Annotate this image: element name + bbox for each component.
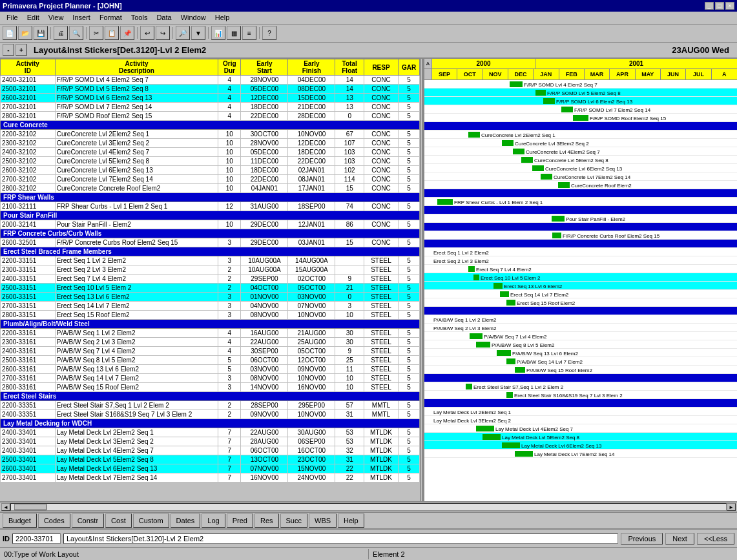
scroll-thumb[interactable]	[14, 504, 47, 510]
table-row[interactable]: FRP Shear Walls	[1, 193, 420, 202]
previous-button[interactable]: Previous	[621, 533, 663, 544]
nav-minus[interactable]: -	[3, 44, 14, 56]
tab-help[interactable]: Help	[338, 513, 364, 528]
table-row[interactable]: 2400-32102CureConcrete Lvl 4Elem2 Seq 71…	[1, 148, 420, 157]
toolbar-new[interactable]: 📄	[3, 26, 17, 40]
toolbar-print[interactable]: 🖨	[54, 26, 68, 40]
tab-wbs[interactable]: WBS	[309, 513, 337, 528]
table-row[interactable]: 2600-32101F/R/P SOMD Lvl 6 Elem2 Seq 134…	[1, 94, 420, 103]
minimize-button[interactable]: _	[705, 2, 714, 10]
table-row[interactable]: 2000-32141Pour Stair PanFill - Elem21029…	[1, 220, 420, 229]
id-field[interactable]	[12, 534, 61, 544]
table-row[interactable]: 2500-32102CureConcrete Lvl 5Elem2 Seq 81…	[1, 157, 420, 166]
toolbar-find[interactable]: 🔎	[176, 26, 190, 40]
toolbar-open[interactable]: 📂	[18, 26, 32, 40]
scroll-left-btn[interactable]: ◄	[1, 503, 10, 511]
toolbar-gantt[interactable]: ≡	[242, 26, 256, 40]
tab-res[interactable]: Res	[254, 513, 279, 528]
table-row[interactable]: 2800-33161P/A/B/W Seq 15 Roof Elem2314NO…	[1, 383, 420, 392]
tab-log[interactable]: Log	[202, 513, 225, 528]
table-row[interactable]: 2300-33161P/A/B/W Seq 2 Lvl 3 Elem2422AU…	[1, 338, 420, 347]
table-row[interactable]: 2800-32101F/R/P SOMD Roof Elem2 Seq 1542…	[1, 112, 420, 121]
tab-cost[interactable]: Cost	[105, 513, 132, 528]
close-button[interactable]: ×	[725, 2, 734, 10]
menu-data[interactable]: Data	[152, 13, 175, 22]
next-button[interactable]: Next	[665, 533, 694, 544]
table-row[interactable]: 2300-33151Erect Seq 2 Lvl 3 Elem2210AUG0…	[1, 265, 420, 275]
gantt-row: P/A/B/W Seq 13 Lvl 6 Elem2	[424, 349, 737, 357]
table-row[interactable]: 2700-33151Erect Seq 14 Lvl 7 Elem2304NOV…	[1, 302, 420, 311]
maximize-button[interactable]: □	[715, 2, 724, 10]
table-row[interactable]: 2600-33151Erect Seq 13 Lvl 6 Elem2301NOV…	[1, 293, 420, 302]
table-row[interactable]: 2200-33161P/A/B/W Seq 1 Lvl 2 Elem2416AU…	[1, 329, 420, 338]
table-row[interactable]: 2200-32102CureConcrete Lvl 2Elem2 Seq 11…	[1, 130, 420, 139]
table-row[interactable]: 2300-32102CureConcrete Lvl 3Elem2 Seq 21…	[1, 139, 420, 148]
tab-constr[interactable]: Constr	[72, 513, 104, 528]
table-row[interactable]: 2600-32501F/R/P Concrete Curbs Roof Elem…	[1, 238, 420, 247]
toolbar-filter[interactable]: ▼	[191, 26, 205, 40]
table-row[interactable]: 2400-33401Lay Metal Deck Lvl 2Elem2 Seq …	[1, 428, 420, 437]
table-row[interactable]: 2100-32111FRP Shear Curbs - Lvl 1 Elem 2…	[1, 202, 420, 211]
table-row[interactable]: 2500-33401Lay Metal Deck Lvl 5Elem2 Seq …	[1, 455, 420, 464]
table-row[interactable]: Erect Steel Stairs	[1, 392, 420, 401]
toolbar-undo[interactable]: ↩	[140, 26, 154, 40]
table-row[interactable]: 2500-33151Erect Seq 10 Lvl 5 Elem 2204OC…	[1, 284, 420, 293]
menu-insert[interactable]: Insert	[68, 13, 94, 22]
menu-format[interactable]: Format	[96, 13, 126, 22]
toolbar-cut[interactable]: ✂	[89, 26, 103, 40]
table-row[interactable]: 2700-32102CureConcrete Lvl 7Elem2 Seq 14…	[1, 175, 420, 184]
table-row[interactable]: 2400-32101F/R/P SOMD Lvl 4 Elem2 Seq 742…	[1, 76, 420, 85]
toolbar-redo[interactable]: ↪	[156, 26, 170, 40]
tab-dates[interactable]: Dates	[171, 513, 201, 528]
table-row[interactable]: 2200-33151Erect Seq 1 Lvl 2 Elem2310AUG0…	[1, 256, 420, 265]
nav-plus[interactable]: +	[16, 44, 27, 56]
horizontal-scrollbar[interactable]: ◄ ►	[0, 502, 737, 512]
table-row[interactable]: 2700-33161P/A/B/W Seq 14 Lvl 7 Elem2308N…	[1, 374, 420, 383]
tab-pred[interactable]: Pred	[227, 513, 253, 528]
toolbar-preview[interactable]: 🔍	[69, 26, 83, 40]
toolbar-table[interactable]: ▦	[227, 26, 241, 40]
tab-budget[interactable]: Budget	[3, 513, 37, 528]
table-row[interactable]: 2300-33401Lay Metal Deck Lvl 3Elem2 Seq …	[1, 437, 420, 446]
table-row[interactable]: 2200-33351Erect Steel Stair S7,Seq 1 Lvl…	[1, 401, 420, 410]
toolbar-chart[interactable]: 📊	[211, 26, 225, 40]
table-row[interactable]: 2800-33151Erect Seq 15 Roof Elem2308NOV0…	[1, 311, 420, 320]
less-button[interactable]: <<Less	[697, 533, 734, 544]
table-row[interactable]: 2400-33351Erect Steel Stair S168&S19 Seq…	[1, 410, 420, 419]
table-row[interactable]: Plumb/Align/Bolt/Weld Steel	[1, 320, 420, 329]
scroll-right-btn[interactable]: ►	[727, 503, 736, 511]
tab-succ[interactable]: Succ	[280, 513, 307, 528]
table-row[interactable]: Lay Metal Decking for WDCH	[1, 419, 420, 428]
menu-tools[interactable]: Tools	[127, 13, 152, 22]
table-row[interactable]: Pour Stair PanFill	[1, 211, 420, 220]
table-row[interactable]: Cure Concrete	[1, 121, 420, 130]
table-row[interactable]: 2400-33151Erect Seq 7 Lvl 4 Elem2229SEP0…	[1, 275, 420, 284]
table-row[interactable]: 2800-32102CureConcrete Concrete Roof Ele…	[1, 184, 420, 193]
desc-field[interactable]	[63, 534, 618, 544]
table-row[interactable]: FRP Concrete Curbs/Curb Walls	[1, 229, 420, 238]
table-row[interactable]: 2600-33161P/A/B/W Seq 13 Lvl 6 Elem2503N…	[1, 365, 420, 374]
toolbar-save[interactable]: 💾	[34, 26, 48, 40]
menu-help[interactable]: Help	[211, 13, 234, 22]
gantt-row	[424, 206, 737, 214]
scroll-track[interactable]	[10, 503, 727, 511]
table-row[interactable]: 2500-33161P/A/B/W Seq 8 Lvl 5 Elem2506OC…	[1, 356, 420, 365]
menu-window[interactable]: Window	[177, 13, 210, 22]
table-row[interactable]: 2700-32101F/R/P SOMD Lvl 7 Elem2 Seq 144…	[1, 103, 420, 112]
tab-custom[interactable]: Custom	[133, 513, 169, 528]
toolbar-help[interactable]: ?	[262, 26, 276, 40]
menu-file[interactable]: File	[3, 13, 22, 22]
table-row[interactable]: 2400-33401Lay Metal Deck Lvl 4Elem2 Seq …	[1, 446, 420, 455]
table-row[interactable]: 2700-33401Lay Metal Deck Lvl 7Elem2 Seq …	[1, 473, 420, 482]
table-row[interactable]: 2500-32101F/R/P SOMD Lvl 5 Elem2 Seq 840…	[1, 85, 420, 94]
table-row[interactable]: 2600-33401Lay Metal Deck Lvl 6Elem2 Seq …	[1, 464, 420, 473]
menu-edit[interactable]: Edit	[23, 13, 43, 22]
toolbar-copy[interactable]: 📋	[105, 26, 119, 40]
tab-codes[interactable]: Codes	[38, 513, 70, 528]
table-row[interactable]: Erect Steel Braced Frame Members	[1, 247, 420, 256]
gantt-row: F/R/P SOMD Roof Elem2 Seq 15	[424, 114, 737, 122]
menu-view[interactable]: View	[45, 13, 68, 22]
toolbar-paste[interactable]: 📌	[120, 26, 134, 40]
table-row[interactable]: 2600-32102CureConcrete Lvl 6Elem2 Seq 13…	[1, 166, 420, 175]
table-row[interactable]: 2400-33161P/A/B/W Seq 7 Lvl 4 Elem2430SE…	[1, 347, 420, 356]
